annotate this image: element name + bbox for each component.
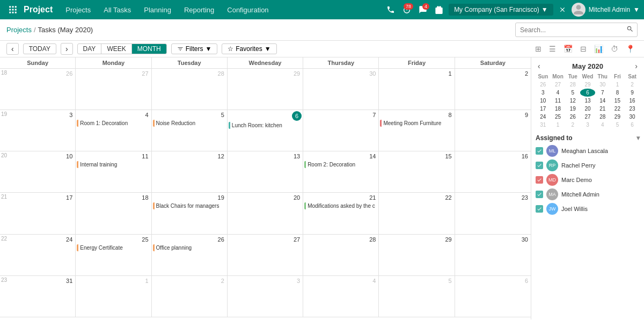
mini-cal-day[interactable]: 6 (580, 89, 595, 97)
mini-cal-day[interactable]: 3 (536, 89, 551, 97)
mini-cal-prev[interactable]: ‹ (536, 62, 543, 70)
mini-cal-day[interactable]: 16 (625, 97, 640, 105)
cal-cell[interactable]: 21Modifications asked by the c (303, 193, 379, 234)
user-menu-button[interactable]: Mitchell Admin ▼ (589, 6, 640, 13)
mini-cal-day[interactable]: 1 (610, 81, 625, 89)
mini-cal-day[interactable]: 5 (610, 121, 625, 129)
cal-cell[interactable]: 6Lunch Room: kitchen (228, 110, 303, 151)
mini-cal-day[interactable]: 25 (551, 113, 566, 121)
cal-cell[interactable]: 12 (152, 151, 228, 193)
mini-cal-day[interactable]: 28 (595, 113, 610, 121)
event-bar[interactable]: Room 2: Decoration (304, 161, 377, 168)
cal-cell[interactable]: 6 (455, 276, 531, 317)
cal-cell[interactable]: 13 (228, 151, 303, 193)
close-icon-btn[interactable] (557, 4, 568, 16)
mini-cal-day[interactable]: 23 (625, 105, 640, 113)
assigned-item[interactable]: JWJoel Willis (536, 203, 640, 215)
cal-cell[interactable]: 5 (379, 276, 455, 317)
cal-cell[interactable]: 4Room 1: Decoration (76, 110, 151, 151)
cal-cell[interactable]: 22 (379, 193, 455, 234)
cal-cell[interactable]: 4 (303, 276, 379, 317)
nav-projects[interactable]: Projects (59, 0, 97, 19)
nav-reporting[interactable]: Reporting (178, 0, 221, 19)
filters-button[interactable]: Filters ▼ (171, 43, 218, 54)
cal-cell[interactable]: 2010 (0, 151, 76, 193)
assigned-item[interactable]: MLMeaghan Lascala (536, 145, 640, 157)
mini-cal-day[interactable]: 28 (565, 81, 580, 89)
cal-cell[interactable]: 1 (76, 276, 151, 317)
mini-cal-next[interactable]: › (633, 62, 640, 70)
cal-cell[interactable]: 14Room 2: Decoration (303, 151, 379, 193)
mini-cal-day[interactable]: 2 (565, 121, 580, 129)
event-bar[interactable]: Energy Certificate (77, 244, 150, 251)
cal-cell[interactable]: 16 (455, 151, 531, 193)
cal-cell[interactable]: 2224 (0, 235, 76, 276)
assigned-checkbox[interactable] (536, 176, 543, 184)
mini-cal-day[interactable]: 2 (625, 81, 640, 89)
cal-cell[interactable]: 25Energy Certificate (76, 235, 151, 276)
mini-cal-day[interactable]: 30 (625, 113, 640, 121)
mini-cal-day[interactable]: 17 (536, 105, 551, 113)
mini-cal-day[interactable]: 22 (610, 105, 625, 113)
day-button[interactable]: DAY (78, 44, 102, 54)
event-bar[interactable]: Office planning (153, 244, 226, 251)
cal-cell[interactable]: 2 (152, 276, 228, 317)
timer-icon-btn[interactable]: 78 (400, 3, 413, 16)
map-view-btn[interactable]: 📍 (623, 43, 638, 55)
assigned-checkbox[interactable] (536, 147, 543, 155)
week-button[interactable]: WEEK (101, 44, 131, 54)
calendar-view-btn[interactable]: 📅 (561, 43, 575, 55)
mini-cal-day[interactable]: 18 (551, 105, 566, 113)
breadcrumb-parent[interactable]: Projects (6, 26, 32, 34)
event-bar[interactable]: Meeting Room Furniture (380, 120, 453, 127)
assigned-item[interactable]: MAMitchell Admin (536, 188, 640, 200)
mini-cal-day[interactable]: 27 (551, 81, 566, 89)
mini-cal-day[interactable]: 6 (625, 121, 640, 129)
cal-cell[interactable]: 27 (228, 235, 303, 276)
table-view-btn[interactable]: ⊟ (577, 43, 589, 55)
company-button[interactable]: My Company (San Francisco) ▼ (449, 4, 553, 16)
assigned-checkbox[interactable] (536, 162, 543, 169)
cal-cell[interactable]: 28 (303, 235, 379, 276)
mini-cal-day[interactable]: 4 (595, 121, 610, 129)
mini-cal-day[interactable]: 5 (565, 89, 580, 97)
event-bar[interactable]: Black Chairs for managers (153, 202, 226, 209)
mini-cal-day[interactable]: 12 (565, 97, 580, 105)
search-button[interactable] (623, 23, 637, 37)
kanban-view-btn[interactable]: ⊞ (532, 43, 544, 55)
next-button[interactable]: › (61, 43, 73, 55)
cal-cell[interactable]: 29 (379, 235, 455, 276)
cal-cell[interactable]: 19Black Chairs for managers (152, 193, 228, 234)
mini-cal-day[interactable]: 7 (595, 89, 610, 97)
mini-cal-day[interactable]: 26 (565, 113, 580, 121)
cal-cell[interactable]: 30 (303, 69, 379, 110)
cal-cell[interactable]: 1826 (0, 69, 76, 110)
cal-cell[interactable]: 2117 (0, 193, 76, 234)
chart-view-btn[interactable]: 📊 (591, 43, 606, 55)
cal-cell[interactable]: 27 (76, 69, 151, 110)
mini-cal-day[interactable]: 15 (610, 97, 625, 105)
mini-cal-day[interactable]: 29 (610, 113, 625, 121)
mini-cal-day[interactable]: 14 (595, 97, 610, 105)
cal-cell[interactable]: 23 (455, 193, 531, 234)
clock-view-btn[interactable]: ⏱ (608, 43, 621, 55)
mini-cal-day[interactable]: 4 (551, 89, 566, 97)
mini-cal-day[interactable]: 10 (536, 97, 551, 105)
cal-cell[interactable]: 2 (455, 69, 531, 110)
cal-cell[interactable]: 18 (76, 193, 151, 234)
cal-cell[interactable]: 193 (0, 110, 76, 151)
nav-configuration[interactable]: Configuration (221, 0, 275, 19)
cal-cell[interactable]: 11Internal training (76, 151, 151, 193)
mini-cal-day[interactable]: 31 (536, 121, 551, 129)
cal-cell[interactable]: 28 (152, 69, 228, 110)
mini-cal-day[interactable]: 29 (580, 81, 595, 89)
cal-cell[interactable]: 15 (379, 151, 455, 193)
cal-cell[interactable]: 2331 (0, 276, 76, 317)
month-button[interactable]: MONTH (132, 44, 166, 54)
assigned-checkbox[interactable] (536, 205, 543, 213)
cal-cell[interactable]: 26Office planning (152, 235, 228, 276)
grid-menu-icon[interactable] (4, 0, 21, 19)
favorites-button[interactable]: ☆ Favorites ▼ (222, 43, 276, 54)
cal-cell[interactable]: 30 (455, 235, 531, 276)
mini-cal-day[interactable]: 9 (625, 89, 640, 97)
